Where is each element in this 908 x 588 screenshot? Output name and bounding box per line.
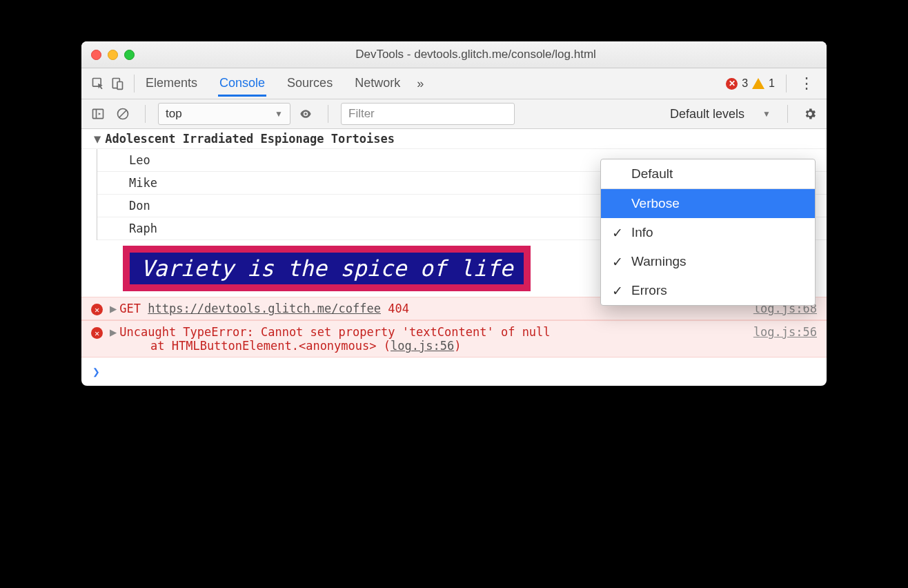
separator xyxy=(134,75,135,92)
error-message: Uncaught TypeError: Cannot set property … xyxy=(119,325,753,339)
level-option-warnings[interactable]: Warnings xyxy=(601,247,815,276)
device-toolbar-icon[interactable] xyxy=(108,74,127,93)
chevron-down-icon: ▼ xyxy=(762,109,771,119)
level-option-info[interactable]: Info xyxy=(601,218,815,247)
devtools-tabstrip: Elements Console Sources Network » ✕ 3 1… xyxy=(81,68,827,99)
stack-source-link[interactable]: log.js:56 xyxy=(391,339,454,353)
tab-console[interactable]: Console xyxy=(218,70,266,97)
tab-elements[interactable]: Elements xyxy=(144,70,199,97)
separator xyxy=(787,105,788,123)
close-window-button[interactable] xyxy=(91,50,101,60)
traffic-lights xyxy=(91,50,135,60)
inspect-element-icon[interactable] xyxy=(88,74,108,93)
clear-console-icon[interactable] xyxy=(113,104,132,124)
error-count: 3 xyxy=(742,77,748,90)
error-icon: ✕ xyxy=(91,304,103,315)
console-error-row[interactable]: ✕ ▶ Uncaught TypeError: Cannot set prope… xyxy=(81,320,827,357)
error-url[interactable]: https://devtools.glitch.me/coffee xyxy=(148,302,381,315)
menu-button[interactable]: ⋮ xyxy=(793,75,820,92)
stack-frame: at HTMLButtonElement.<anonymous> (log.js… xyxy=(91,339,817,353)
triangle-right-icon: ▶ xyxy=(110,325,117,339)
group-title: Adolescent Irradiated Espionage Tortoise… xyxy=(105,132,395,146)
filter-placeholder: Filter xyxy=(348,107,375,121)
triangle-right-icon: ▶ xyxy=(110,302,117,315)
chevron-down-icon: ▼ xyxy=(275,109,283,119)
tab-network[interactable]: Network xyxy=(353,70,402,97)
separator xyxy=(145,105,146,123)
svg-point-7 xyxy=(304,112,306,115)
minimize-window-button[interactable] xyxy=(108,50,118,60)
styled-log-message: Variety is the spice of life xyxy=(123,246,531,291)
more-tabs-button[interactable]: » xyxy=(417,77,424,91)
http-status: 404 xyxy=(388,302,409,315)
panel-tabs: Elements Console Sources Network xyxy=(144,70,402,97)
tab-sources[interactable]: Sources xyxy=(286,70,334,97)
settings-icon[interactable] xyxy=(800,104,820,124)
console-group-header[interactable]: ▼ Adolescent Irradiated Espionage Tortoi… xyxy=(81,129,827,149)
http-method: GET xyxy=(119,302,141,315)
triangle-down-icon: ▼ xyxy=(94,132,101,146)
context-selector[interactable]: top ▼ xyxy=(158,103,290,125)
error-icon: ✕ xyxy=(91,327,103,339)
context-value: top xyxy=(166,107,182,121)
error-text: Uncaught TypeError: Cannot set property … xyxy=(119,325,550,339)
console-prompt[interactable]: ❯ xyxy=(81,357,827,386)
devtools-window: DevTools - devtools.glitch.me/console/lo… xyxy=(81,41,827,386)
svg-line-6 xyxy=(119,110,126,117)
level-option-default[interactable]: Default xyxy=(601,159,815,188)
level-option-verbose[interactable]: Verbose xyxy=(601,189,815,218)
live-expression-icon[interactable] xyxy=(296,104,315,124)
separator xyxy=(328,105,328,123)
zoom-window-button[interactable] xyxy=(124,50,135,60)
log-levels-selector[interactable]: Default levels ▼ xyxy=(666,107,775,121)
source-link[interactable]: log.js:56 xyxy=(753,325,817,339)
warning-icon xyxy=(752,78,764,89)
svg-rect-2 xyxy=(117,82,123,90)
window-titlebar: DevTools - devtools.glitch.me/console/lo… xyxy=(81,41,827,68)
warning-count: 1 xyxy=(769,77,775,90)
svg-rect-3 xyxy=(93,109,103,118)
level-option-errors[interactable]: Errors xyxy=(601,276,815,305)
filter-input[interactable]: Filter xyxy=(341,103,515,125)
status-badges[interactable]: ✕ 3 1 xyxy=(726,77,775,90)
console-toolbar: top ▼ Filter Default levels ▼ xyxy=(81,99,827,129)
window-title: DevTools - devtools.glitch.me/console/lo… xyxy=(135,48,817,61)
show-sidebar-icon[interactable] xyxy=(88,104,108,124)
levels-label: Default levels xyxy=(670,107,744,121)
log-levels-popup: Default Verbose Info Warnings Errors xyxy=(600,159,816,306)
error-icon: ✕ xyxy=(726,78,738,90)
separator xyxy=(786,75,787,92)
